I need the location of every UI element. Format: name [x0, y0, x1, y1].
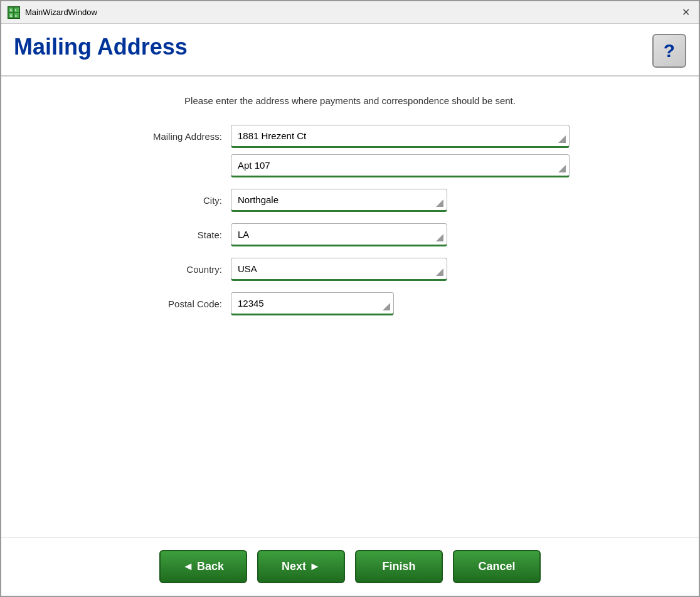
finish-button[interactable]: Finish: [355, 550, 443, 583]
postal-input-wrapper: [231, 292, 394, 315]
mailing-address-group: Mailing Address:: [130, 125, 570, 177]
postal-code-row: Postal Code:: [130, 292, 570, 315]
state-input-wrapper: [231, 223, 447, 246]
corner-mark-1: [558, 135, 566, 143]
state-input[interactable]: [231, 223, 447, 246]
address-inputs: [231, 125, 570, 177]
close-button[interactable]: ✕: [679, 6, 692, 19]
svg-text:x: x: [15, 14, 17, 18]
page-title: Mailing Address: [14, 34, 188, 60]
city-input-wrapper: [231, 189, 447, 212]
postal-code-input[interactable]: [231, 292, 394, 315]
help-button[interactable]: ?: [652, 34, 686, 68]
next-button[interactable]: Next ►: [257, 550, 345, 583]
instruction-text: Please enter the address where payments …: [39, 95, 661, 106]
city-input[interactable]: [231, 189, 447, 212]
city-row: City:: [130, 189, 570, 212]
address-line2-input[interactable]: [231, 154, 570, 177]
title-bar: $ L S x MainWizardWindow ✕: [1, 1, 699, 24]
corner-mark-postal: [383, 303, 390, 310]
svg-text:$: $: [10, 8, 12, 12]
app-icon: $ L S x: [8, 6, 20, 19]
city-label: City:: [130, 195, 231, 206]
corner-mark-country: [436, 268, 443, 276]
cancel-button[interactable]: Cancel: [453, 550, 541, 583]
country-input-wrapper: [231, 258, 447, 281]
country-input[interactable]: [231, 258, 447, 281]
country-label: Country:: [130, 264, 231, 275]
content-area: Please enter the address where payments …: [1, 77, 699, 537]
address-line2-wrapper: [231, 154, 570, 177]
window-title: MainWizardWindow: [25, 8, 97, 17]
corner-mark-2: [558, 165, 566, 172]
corner-mark-state: [436, 234, 443, 241]
postal-code-label: Postal Code:: [130, 298, 231, 309]
corner-mark-city: [436, 199, 443, 207]
form-section: Mailing Address: City:: [39, 125, 661, 315]
svg-text:L: L: [15, 8, 17, 12]
header-section: Mailing Address ?: [1, 24, 699, 77]
title-bar-left: $ L S x MainWizardWindow: [8, 6, 97, 19]
main-window: $ L S x MainWizardWindow ✕ Mailing Addre…: [0, 0, 700, 597]
address-line1-input[interactable]: [231, 125, 570, 148]
address-line1-wrapper: [231, 125, 570, 148]
footer: ◄ Back Next ► Finish Cancel: [1, 537, 699, 596]
mailing-address-label: Mailing Address:: [130, 125, 231, 142]
state-label: State:: [130, 230, 231, 240]
country-row: Country:: [130, 258, 570, 281]
back-button[interactable]: ◄ Back: [159, 550, 247, 583]
state-row: State:: [130, 223, 570, 246]
